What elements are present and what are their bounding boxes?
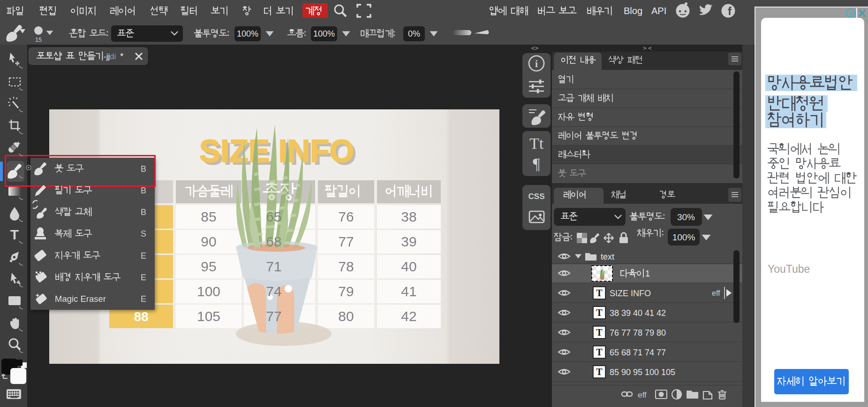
svg-text:> <: > < xyxy=(643,45,652,52)
